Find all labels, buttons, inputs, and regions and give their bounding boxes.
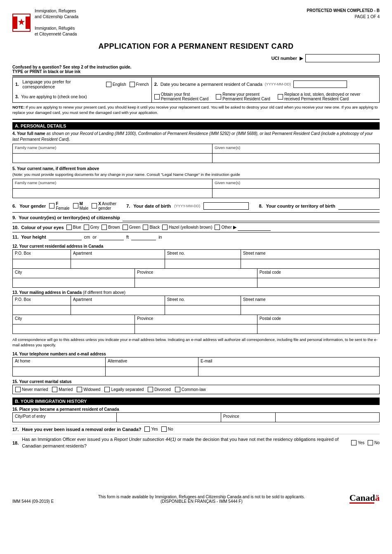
color-green-checkbox[interactable]	[123, 225, 128, 230]
q18-no-checkbox[interactable]	[368, 440, 373, 445]
correspondence-note: All correspondence will go to this addre…	[12, 335, 380, 350]
french-option[interactable]: French	[130, 82, 149, 87]
org-name: Immigration, Refugees and Citizenship Ca…	[35, 8, 78, 37]
q18-yes-checkbox[interactable]	[351, 440, 357, 445]
marital-married-checkbox[interactable]	[52, 387, 57, 392]
q12-apt-input[interactable]	[71, 259, 165, 268]
q14-email-input[interactable]	[198, 367, 379, 376]
color-green[interactable]: Green	[123, 225, 141, 230]
color-grey-checkbox[interactable]	[84, 225, 89, 230]
marital-separated[interactable]: Legally separated	[104, 387, 144, 392]
color-other-checkbox[interactable]	[215, 225, 220, 230]
q17-no-checkbox[interactable]	[161, 426, 167, 432]
section-b-header: B. YOUR IMMIGRATION HISTORY	[12, 398, 380, 405]
color-brown[interactable]: Brown	[102, 225, 120, 230]
q3-opt2-checkbox[interactable]	[216, 94, 221, 99]
q5-given-input[interactable]	[213, 189, 379, 198]
q3-options-cell: Obtain your firstPermanent Resident Card…	[152, 91, 379, 102]
marital-divorced-checkbox[interactable]	[148, 387, 153, 392]
q13-apt-input[interactable]	[71, 305, 165, 315]
q18-no[interactable]: No	[368, 440, 380, 445]
q9-input[interactable]	[123, 214, 380, 221]
color-other-input[interactable]	[238, 224, 271, 231]
q1-language-cell: 1. Language you prefer for correspondenc…	[13, 78, 152, 91]
english-checkbox[interactable]	[106, 82, 111, 87]
q11-in-input[interactable]	[131, 234, 156, 240]
marital-separated-checkbox[interactable]	[104, 387, 110, 392]
marital-never[interactable]: Never married	[15, 387, 48, 392]
color-hazel[interactable]: Hazel (yellowish brown)	[162, 225, 213, 230]
q13-streetname-input[interactable]	[241, 305, 379, 315]
q13-postal-input[interactable]	[257, 324, 379, 334]
q17-yes[interactable]: Yes	[144, 426, 158, 432]
q8-input[interactable]	[338, 202, 380, 210]
q13-city-input[interactable]	[13, 324, 135, 334]
q11-ft-input[interactable]	[99, 234, 124, 240]
q13-pobox-input[interactable]	[13, 305, 71, 315]
uci-input[interactable]	[305, 54, 380, 62]
marital-widowed[interactable]: Widowed	[77, 387, 100, 392]
marital-never-checkbox[interactable]	[15, 387, 21, 392]
q4-given-label: Given name(s)	[213, 144, 379, 153]
gender-female[interactable]: FFemale	[49, 201, 69, 211]
marital-common-checkbox[interactable]	[175, 387, 180, 392]
color-hazel-checkbox[interactable]	[162, 225, 168, 230]
gender-other[interactable]: X Anothergender	[92, 201, 116, 211]
gender-other-checkbox[interactable]	[92, 203, 97, 208]
q11-num: 11.	[12, 234, 19, 239]
q13-province-input[interactable]	[135, 324, 257, 334]
q18-yes[interactable]: Yes	[351, 440, 364, 445]
marital-widowed-checkbox[interactable]	[77, 387, 82, 392]
color-black-checkbox[interactable]	[143, 225, 148, 230]
q12-section: 12. Your current residential address in …	[12, 243, 380, 288]
section-a-header: A. PERSONAL DETAILS	[12, 122, 380, 130]
q3-opt3-checkbox[interactable]	[278, 94, 283, 99]
note-text: NOTE: If you are applying to renew your …	[12, 103, 380, 117]
q12-pobox-input[interactable]	[13, 259, 71, 268]
q13-streetno-input[interactable]	[165, 305, 241, 315]
q17-no[interactable]: No	[161, 426, 173, 432]
gender-male-checkbox[interactable]	[73, 203, 78, 208]
q12-streetname-input[interactable]	[241, 259, 379, 268]
q14-alt-input[interactable]	[106, 367, 198, 376]
marital-common[interactable]: Common-law	[175, 387, 206, 392]
q3-opt1-checkbox[interactable]	[154, 94, 160, 99]
q1-label: Language you prefer for correspondence	[22, 79, 103, 89]
q3-opt3[interactable]: Replace a lost, stolen, destroyed or nev…	[278, 92, 361, 101]
q16-province-input[interactable]	[276, 413, 379, 422]
color-blue-checkbox[interactable]	[66, 225, 72, 230]
q2-input[interactable]	[293, 80, 347, 88]
header-right: PROTECTED WHEN COMPLETED - B PAGE 1 OF 4	[307, 8, 380, 19]
footer-note: This form is made available by Immigrati…	[54, 495, 349, 499]
q17-yes-checkbox[interactable]	[144, 426, 150, 432]
q2-label: Date you became a permanent resident of …	[161, 82, 262, 87]
q4-name-grid: Family name (surname) Given name(s)	[12, 144, 380, 163]
q12-apt-label: Apartment	[71, 250, 165, 259]
q12-province-input[interactable]	[135, 278, 257, 287]
marital-divorced[interactable]: Divorced	[148, 387, 170, 392]
q9-row: 9. Your country(ies) or territory(ies) o…	[12, 212, 380, 223]
gender-male[interactable]: MMale	[73, 201, 89, 211]
q5-family-input[interactable]	[13, 189, 213, 198]
q11-cm-input[interactable]	[49, 234, 82, 240]
color-black[interactable]: Black	[143, 225, 159, 230]
q13-label: 13. Your mailing address in Canada (if d…	[12, 289, 380, 296]
color-other[interactable]: Other ▶	[215, 224, 270, 231]
q16-city-input[interactable]	[117, 413, 221, 422]
q12-city-input[interactable]	[13, 278, 135, 287]
q12-streetno-input[interactable]	[165, 259, 241, 268]
gender-female-checkbox[interactable]	[49, 203, 54, 208]
french-checkbox[interactable]	[130, 82, 135, 87]
english-option[interactable]: English	[106, 82, 126, 87]
q14-home-input[interactable]	[13, 367, 106, 376]
color-blue[interactable]: Blue	[66, 225, 81, 230]
q12-postal-input[interactable]	[257, 278, 379, 287]
q4-given-input[interactable]	[213, 154, 379, 163]
marital-married[interactable]: Married	[52, 387, 73, 392]
color-brown-checkbox[interactable]	[102, 225, 107, 230]
q4-family-input[interactable]	[13, 154, 213, 163]
color-grey[interactable]: Grey	[84, 225, 99, 230]
q3-opt2[interactable]: Renew your presentPermanent Resident Car…	[216, 92, 270, 101]
q3-opt1[interactable]: Obtain your firstPermanent Resident Card	[154, 92, 209, 101]
q7-input[interactable]	[203, 202, 249, 210]
